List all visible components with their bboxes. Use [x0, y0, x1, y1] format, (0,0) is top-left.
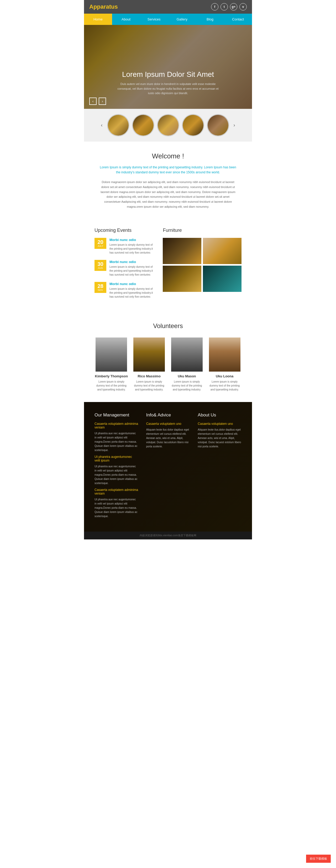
volunteer-photo-2	[133, 338, 165, 372]
footer-management: Our Management Casaerta voluptatem admin…	[94, 412, 138, 521]
footer-info-heading: Info& Advice	[146, 412, 190, 418]
volunteer-desc-1: Lorem ipsum is simply dummy text of the …	[94, 380, 129, 392]
nav-services[interactable]: Services	[140, 13, 168, 25]
footer-management-link-2[interactable]: Ut pharetra augentumonec velit ipsum	[94, 455, 138, 462]
thumb-next-button[interactable]: ›	[231, 122, 237, 128]
event-day-2: 30	[96, 261, 105, 267]
volunteer-photo-3	[171, 338, 203, 372]
footer-management-text-1: Ut pharetra aue nec augentumonec in veli…	[94, 431, 138, 452]
hero-subtitle: Duis autem vel eum iriure dolor in hendr…	[115, 82, 221, 96]
thumb-circle-2[interactable]	[132, 114, 155, 136]
event-item-1: 20 JULY Morbi nunc odio Lorem ipsum is s…	[94, 238, 155, 255]
footer: Our Management Casaerta voluptatem admin…	[84, 402, 252, 532]
footer-management-text-3: Ut pharetra aue nec augentumonec in veli…	[94, 497, 138, 519]
volunteer-card-4: Uku Loona Lorem ipsum is simply dummy te…	[207, 338, 242, 392]
volunteers-heading: Volunteers	[94, 322, 242, 330]
welcome-highlight: Lorem Ipsum is simply dummy text of the …	[100, 165, 236, 175]
bottom-text: 内嵌浏览器请到bbs.xienitao.com免登下载模板网	[140, 534, 196, 537]
event-content-3: Morbi nunc odio Lorem ipsum is simply du…	[109, 282, 155, 299]
footer-management-text-2: Ut pharetra aue nec augentumonec in veli…	[94, 464, 138, 486]
volunteer-card-1: Kimberly Thompson Lorem ipsum is simply …	[94, 338, 129, 392]
furniture-img-2[interactable]	[203, 238, 242, 264]
volunteers-section: Volunteers Kimberly Thompson Lorem ipsum…	[84, 312, 252, 402]
event-desc-2: Lorem ipsum is simply dummy text of the …	[109, 265, 155, 277]
event-month-3: NOV	[96, 289, 105, 291]
event-day-3: 28	[96, 283, 105, 289]
furniture-img-4[interactable]	[203, 266, 242, 292]
event-title-1: Morbi nunc odio	[109, 238, 155, 242]
footer-info-link[interactable]: Casaerta voluptatem uno	[146, 422, 190, 426]
twitter-icon[interactable]: t	[221, 3, 228, 10]
event-date-3: 28 NOV	[94, 282, 106, 293]
footer-info-text: Aliquam leote ilus dolor dapibus eget el…	[146, 428, 190, 449]
google-icon[interactable]: g+	[230, 3, 237, 10]
volunteer-name-4: Uku Loona	[207, 374, 242, 378]
header: Apparatus f t g+ v	[84, 0, 252, 13]
furniture-img-3[interactable]	[163, 266, 201, 292]
nav-home[interactable]: Home	[84, 13, 112, 25]
event-title-3: Morbi nunc odio	[109, 282, 155, 286]
nav-about[interactable]: About	[112, 13, 140, 25]
logo-text-main: Appara	[89, 3, 109, 10]
thumbnail-slider: ‹ ›	[84, 109, 252, 142]
volunteer-card-3: Uku Mason Lorem ipsum is simply dummy te…	[170, 338, 204, 392]
thumb-circle-4[interactable]	[182, 114, 204, 136]
furniture-img-1[interactable]	[163, 238, 201, 264]
event-title-2: Morbi nunc odio	[109, 260, 155, 264]
event-day-1: 20	[96, 240, 105, 245]
volunteer-desc-4: Lorem ipsum is simply dummy text of the …	[207, 380, 242, 392]
event-content-1: Morbi nunc odio Lorem ipsum is simply du…	[109, 238, 155, 255]
hero-next-button[interactable]: ›	[99, 98, 106, 105]
footer-management-link-1[interactable]: Casaerta voluptatem adminima veniam	[94, 422, 138, 429]
volunteer-name-3: Uku Mason	[170, 374, 204, 378]
thumb-circles	[107, 114, 229, 136]
nav-gallery[interactable]: Gallery	[168, 13, 196, 25]
event-date-1: 20 JULY	[94, 238, 106, 249]
hero-title: Lorem Ipsum Dolor Sit Amet	[122, 70, 214, 79]
furniture-heading: Furniture	[163, 228, 242, 233]
events-furniture-section: Upcoming Events 20 JULY Morbi nunc odio …	[84, 220, 252, 312]
volunteer-desc-3: Lorem ipsum is simply dummy text of the …	[170, 380, 204, 392]
footer-about-link[interactable]: Casaerta voluptatem uno	[198, 422, 242, 426]
footer-management-heading: Our Management	[94, 412, 138, 418]
hero-arrows: ‹ ›	[89, 98, 106, 105]
vimeo-icon[interactable]: v	[240, 3, 247, 10]
nav-blog[interactable]: Blog	[196, 13, 224, 25]
event-content-2: Morbi nunc odio Lorem ipsum is simply du…	[109, 260, 155, 277]
hero-prev-button[interactable]: ‹	[89, 98, 96, 105]
footer-about-text: Aliquam leote ilus.dolor dapibus eget el…	[198, 428, 242, 449]
volunteer-name-1: Kimberly Thompson	[94, 374, 129, 378]
footer-about-heading: About Us	[198, 412, 242, 418]
event-item-2: 30 AUG Morbi nunc odio Lorem ipsum is si…	[94, 260, 155, 277]
welcome-section: Welcome ! Lorem Ipsum is simply dummy te…	[84, 142, 252, 220]
event-month-2: AUG	[96, 267, 105, 269]
furniture-grid	[163, 238, 242, 292]
furniture-column: Furniture	[163, 228, 242, 304]
event-item-3: 28 NOV Morbi nunc odio Lorem ipsum is si…	[94, 282, 155, 299]
facebook-icon[interactable]: f	[211, 3, 218, 10]
bottom-bar: 内嵌浏览器请到bbs.xienitao.com免登下载模板网	[84, 532, 252, 539]
footer-about: About Us Casaerta voluptatem uno Aliquam…	[198, 412, 242, 521]
volunteer-photo-1	[95, 338, 127, 372]
event-month-1: JULY	[96, 245, 105, 247]
thumb-circle-3[interactable]	[157, 114, 179, 136]
volunteer-card-2: Rico Massimo Lorem ipsum is simply dummy…	[132, 338, 166, 392]
volunteer-grid: Kimberly Thompson Lorem ipsum is simply …	[94, 338, 242, 392]
volunteer-desc-2: Lorem ipsum is simply dummy text of the …	[132, 380, 166, 392]
event-desc-3: Lorem ipsum is simply dummy text of the …	[109, 287, 155, 299]
footer-info: Info& Advice Casaerta voluptatem uno Ali…	[146, 412, 190, 521]
events-column: Upcoming Events 20 JULY Morbi nunc odio …	[94, 228, 155, 304]
thumb-circle-1[interactable]	[107, 114, 130, 136]
hero-section: Lorem Ipsum Dolor Sit Amet Duis autem ve…	[84, 25, 252, 109]
footer-management-link-3[interactable]: Casaerta voluptatem adminima veniam	[94, 488, 138, 495]
nav-contact[interactable]: Contact	[224, 13, 252, 25]
welcome-heading: Welcome !	[100, 152, 236, 160]
volunteer-photo-4	[209, 338, 241, 372]
thumb-circle-5[interactable]	[207, 114, 229, 136]
thumb-prev-button[interactable]: ‹	[99, 122, 105, 128]
social-icons: f t g+ v	[211, 3, 247, 10]
welcome-body: Dolore magnaorem ipsum dolor ser adipisc…	[100, 180, 236, 209]
event-desc-1: Lorem ipsum is simply dummy text of the …	[109, 243, 155, 255]
event-date-2: 30 AUG	[94, 260, 106, 271]
logo: Apparatus	[89, 3, 118, 10]
